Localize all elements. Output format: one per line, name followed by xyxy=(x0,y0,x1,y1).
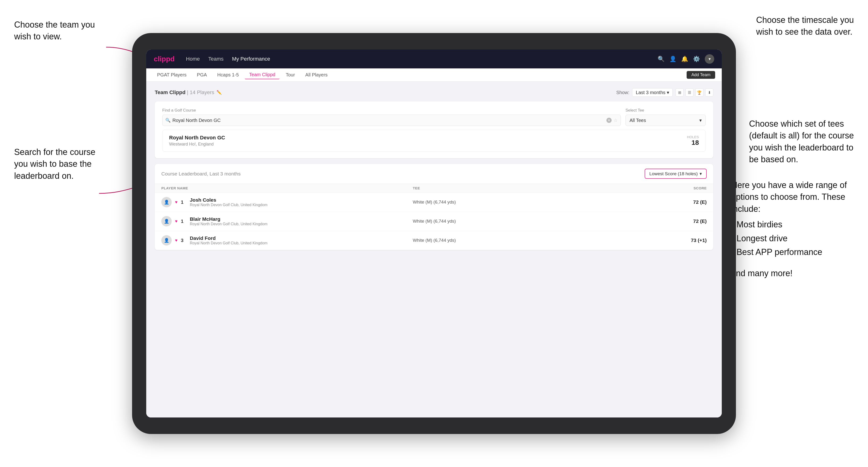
score-chevron-icon: ▾ xyxy=(700,171,702,177)
nav-my-performance[interactable]: My Performance xyxy=(232,56,270,62)
avatar[interactable]: ▾ xyxy=(705,54,714,64)
leaderboard-title-text: Course Leaderboard, xyxy=(161,171,208,177)
show-value: Last 3 months xyxy=(636,90,665,95)
annotation-tl-line1: Choose the team you xyxy=(14,20,95,30)
clear-search-button[interactable]: ✕ xyxy=(607,118,612,123)
table-row: 👤 ♥ 1 Blair McHarg Royal North Devon Gol… xyxy=(155,212,713,231)
score-cell-3: 73 (+1) xyxy=(664,238,707,243)
favorite-icon[interactable]: ☆ xyxy=(614,118,618,123)
table-row: 👤 ♥ 3 David Ford Royal North Devon Golf … xyxy=(155,231,713,250)
player-cell-3: 👤 ♥ 3 David Ford Royal North Devon Golf … xyxy=(161,235,413,246)
annotation-tr-line1: Choose the timescale you xyxy=(756,15,854,25)
person-icon[interactable]: 👤 xyxy=(670,56,677,62)
search-input-icon: 🔍 xyxy=(165,118,170,123)
annotation-bottom-right: Here you have a wide range of options to… xyxy=(731,179,854,280)
annotation-bl-line1: Search for the course xyxy=(14,147,95,157)
chevron-down-icon: ▾ xyxy=(667,90,669,95)
leaderboard-header: Course Leaderboard, Last 3 months Lowest… xyxy=(155,164,713,184)
nav-teams[interactable]: Teams xyxy=(208,56,224,62)
view-icons: ⊞ ☰ 🏆 ⬇ xyxy=(676,88,713,96)
heart-icon-3: ♥ xyxy=(175,238,178,243)
score-option-label: Lowest Score (18 holes) xyxy=(649,171,698,177)
annotation-top-right: Choose the timescale you wish to see the… xyxy=(756,14,854,38)
subnav: PGAT Players PGA Hcaps 1-5 Team Clippd T… xyxy=(146,68,722,82)
player-name-2: Blair McHarg xyxy=(190,216,268,222)
navbar-logo: clippd xyxy=(154,55,175,63)
tee-chevron-icon: ▾ xyxy=(700,118,702,123)
navbar-links: Home Teams My Performance xyxy=(186,56,658,62)
player-avatar-3: 👤 xyxy=(161,235,172,246)
annotation-bl-line2: you wish to base the xyxy=(14,159,92,168)
team-name: Team Clippd | 14 Players xyxy=(155,89,214,96)
player-name-1: Josh Coles xyxy=(190,197,268,203)
player-avatar-1: 👤 xyxy=(161,197,172,207)
holes-box: Holes 18 xyxy=(687,135,699,147)
subnav-team-clippd[interactable]: Team Clippd xyxy=(245,70,280,79)
player-rank-2: 1 xyxy=(181,219,187,224)
player-count: | 14 Players xyxy=(187,89,214,95)
subnav-hcaps[interactable]: Hcaps 1-5 xyxy=(213,71,243,79)
leaderboard-section: Course Leaderboard, Last 3 months Lowest… xyxy=(155,164,713,250)
nav-home[interactable]: Home xyxy=(186,56,200,62)
course-name: Royal North Devon GC xyxy=(169,135,225,141)
leaderboard-columns: PLAYER NAME TEE SCORE xyxy=(155,184,713,193)
annotation-top-left: Choose the team you wish to view. xyxy=(14,19,95,43)
search-input-wrap: 🔍 ✕ ☆ xyxy=(162,115,621,126)
course-result: Royal North Devon GC Westward Ho!, Engla… xyxy=(162,130,706,152)
avatar-icon: ▾ xyxy=(709,56,711,62)
list-view-btn[interactable]: ☰ xyxy=(685,88,693,96)
tee-info-3: White (M) (6,744 yds) xyxy=(413,238,664,243)
annotation-tr-line2: wish to see the data over. xyxy=(756,27,852,36)
search-icon[interactable]: 🔍 xyxy=(658,56,665,62)
subnav-pgat[interactable]: PGAT Players xyxy=(153,71,191,79)
leaderboard-title: Course Leaderboard, Last 3 months xyxy=(161,171,241,177)
course-search-input[interactable] xyxy=(173,118,607,123)
tee-info-1: White (M) (6,744 yds) xyxy=(413,199,664,205)
subnav-all-players[interactable]: All Players xyxy=(301,71,332,79)
holes-count: 18 xyxy=(687,139,699,147)
subnav-pga[interactable]: PGA xyxy=(193,71,211,79)
subnav-tour[interactable]: Tour xyxy=(281,71,299,79)
player-cell-2: 👤 ♥ 1 Blair McHarg Royal North Devon Gol… xyxy=(161,216,413,226)
edit-icon[interactable]: ✏️ xyxy=(217,90,222,95)
tee-value: All Tees xyxy=(629,118,646,123)
team-title-group: Team Clippd | 14 Players ✏️ xyxy=(155,89,222,96)
col-player-name: PLAYER NAME xyxy=(161,186,413,190)
annotation-mr-line4: be based on. xyxy=(749,154,798,164)
main-content: Team Clippd | 14 Players ✏️ Show: Last 3… xyxy=(146,82,722,417)
heart-icon-1: ♥ xyxy=(175,200,178,205)
tee-info-2: White (M) (6,744 yds) xyxy=(413,219,664,224)
show-dropdown[interactable]: Last 3 months ▾ xyxy=(632,88,673,97)
holes-label: Holes xyxy=(687,135,699,139)
ipad-screen: clippd Home Teams My Performance 🔍 👤 🔔 ⚙… xyxy=(146,50,722,417)
trophy-view-btn[interactable]: 🏆 xyxy=(695,88,703,96)
annotation-br-intro: Here you have a wide range of options to… xyxy=(731,180,847,214)
download-btn[interactable]: ⬇ xyxy=(705,88,713,96)
course-field-group: Find a Golf Course 🔍 ✕ ☆ xyxy=(162,108,621,126)
course-location: Westward Ho!, England xyxy=(169,142,225,147)
grid-view-btn[interactable]: ⊞ xyxy=(676,88,684,96)
leaderboard-period: Last 3 months xyxy=(210,171,241,177)
score-cell-2: 72 (E) xyxy=(664,218,707,224)
tee-select[interactable]: All Tees ▾ xyxy=(625,115,706,126)
annotation-br-bullets: Most birdies Longest drive Best APP perf… xyxy=(731,219,854,258)
heart-icon-2: ♥ xyxy=(175,219,178,224)
add-team-button[interactable]: Add Team xyxy=(687,71,715,79)
player-club-3: Royal North Devon Golf Club, United King… xyxy=(190,241,268,245)
bell-icon[interactable]: 🔔 xyxy=(681,56,688,62)
search-row: Find a Golf Course 🔍 ✕ ☆ Select Tee All … xyxy=(162,108,706,126)
player-rank-1: 1 xyxy=(181,199,187,205)
ipad-frame: clippd Home Teams My Performance 🔍 👤 🔔 ⚙… xyxy=(132,33,736,434)
navbar: clippd Home Teams My Performance 🔍 👤 🔔 ⚙… xyxy=(146,50,722,68)
settings-icon[interactable]: ⚙️ xyxy=(693,56,700,62)
player-club-2: Royal North Devon Golf Club, United King… xyxy=(190,222,268,226)
annotation-bl-line3: leaderboard on. xyxy=(14,171,73,181)
bullet-app: Best APP performance xyxy=(731,246,854,258)
player-avatar-2: 👤 xyxy=(161,216,172,226)
player-club-1: Royal North Devon Golf Club, United King… xyxy=(190,203,268,207)
bullet-birdies: Most birdies xyxy=(731,219,854,230)
player-cell-1: 👤 ♥ 1 Josh Coles Royal North Devon Golf … xyxy=(161,197,413,207)
score-type-dropdown[interactable]: Lowest Score (18 holes) ▾ xyxy=(645,168,707,179)
annotation-mr-line2: (default is all) for the course xyxy=(749,131,854,140)
show-label: Show: xyxy=(616,90,629,95)
